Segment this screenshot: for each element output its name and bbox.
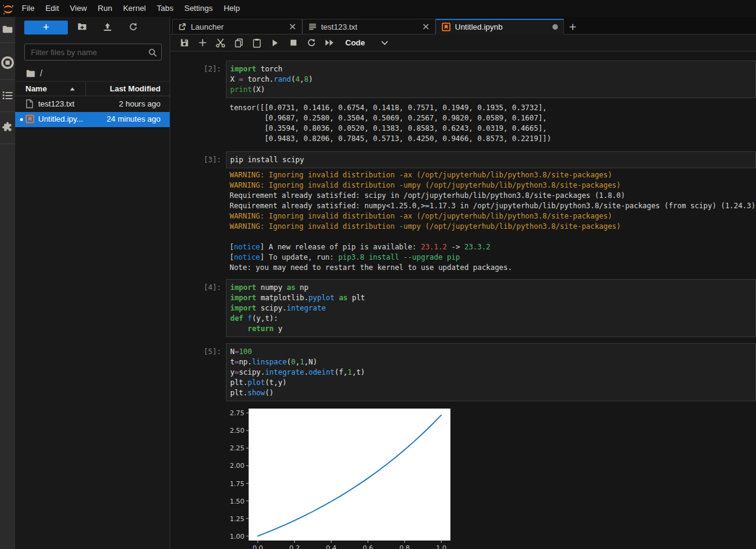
notebook-icon <box>25 114 35 125</box>
plus-icon <box>198 38 207 47</box>
puzzle-icon <box>2 122 13 133</box>
insert-cell-button[interactable] <box>193 35 211 51</box>
cell-3[interactable]: [3]:pip install scipy <box>170 151 756 168</box>
cell-type-dropdown[interactable]: Code <box>345 38 388 47</box>
dirty-indicator[interactable] <box>552 24 558 30</box>
activity-separator <box>0 79 15 80</box>
menu-edit[interactable]: Edit <box>40 0 64 17</box>
menu-bar: FileEditViewRunKernelTabsSettingsHelp <box>0 0 756 17</box>
svg-text:0.8: 0.8 <box>399 544 409 549</box>
upload-icon <box>103 22 112 31</box>
tab-test123-txt[interactable]: test123.txt <box>302 19 436 35</box>
menu-run[interactable]: Run <box>92 0 118 17</box>
save-button[interactable] <box>175 35 193 51</box>
run-icon <box>271 39 279 47</box>
column-divider <box>85 82 86 96</box>
svg-text:2.00: 2.00 <box>230 462 244 470</box>
file-row-test123-txt[interactable]: test123.txt2 hours ago <box>15 97 170 112</box>
main-dock-panel: Launchertest123.txtUntitled.ipynb Code [… <box>170 17 756 549</box>
restart-icon <box>307 38 316 47</box>
sort-ascending-icon <box>70 87 75 91</box>
svg-text:0.6: 0.6 <box>363 544 373 549</box>
file-listing: test123.txt2 hours agoUntitled.ipy...24 … <box>15 97 170 127</box>
notebook-toolbar: Code <box>170 35 756 51</box>
cut-icon <box>216 38 225 48</box>
sidebar-tab-table-of-contents[interactable] <box>0 90 15 100</box>
svg-text:1.00: 1.00 <box>230 533 244 541</box>
new-folder-button[interactable] <box>78 22 87 33</box>
run-cell-button[interactable] <box>266 35 284 51</box>
tab-bar: Launchertest123.txtUntitled.ipynb <box>170 17 756 35</box>
new-launcher-button[interactable]: + <box>24 21 68 35</box>
sidebar-tab-file-browser[interactable] <box>0 24 15 35</box>
interrupt-kernel-button[interactable] <box>284 35 302 51</box>
close-icon[interactable] <box>422 23 429 30</box>
menu-tabs[interactable]: Tabs <box>151 0 179 17</box>
chevron-down-icon <box>381 41 388 45</box>
input-prompt: [5]: <box>170 343 226 357</box>
input-prompt: [4]: <box>170 279 226 293</box>
column-header-name[interactable]: Name <box>25 84 47 93</box>
menu-settings[interactable]: Settings <box>179 0 218 17</box>
toc-icon <box>2 90 13 100</box>
matplotlib-figure-output: 1.001.251.501.752.002.252.502.750.00.20.… <box>228 406 756 549</box>
copy-cells-button[interactable] <box>230 35 248 51</box>
cut-cells-button[interactable] <box>211 35 230 51</box>
sidebar-tab-extensions[interactable] <box>0 122 15 133</box>
file-browser-panel: + <box>15 17 170 549</box>
restart-run-all-button[interactable] <box>320 35 339 51</box>
running-icon <box>1 56 14 69</box>
tab-label: Launcher <box>191 22 284 31</box>
upload-button[interactable] <box>103 22 112 33</box>
jupyter-logo-icon <box>2 3 15 16</box>
file-modified: 2 hours ago <box>119 99 161 108</box>
paste-cells-button[interactable] <box>248 35 266 51</box>
home-folder-icon[interactable] <box>26 70 35 77</box>
notebook-panel: [2]:import torchX = torch.rand(4,8)print… <box>170 51 756 549</box>
file-listing-header: Name Last Modified <box>15 81 170 96</box>
input-prompt: [2]: <box>170 61 226 74</box>
save-icon <box>180 38 189 47</box>
tab-launcher[interactable]: Launcher <box>172 19 302 35</box>
cell-4[interactable]: [4]:import numpy as npimport matplotlib.… <box>170 279 756 337</box>
sidebar-tab-running[interactable] <box>0 56 15 69</box>
menu-file[interactable]: File <box>16 0 40 17</box>
cell-2[interactable]: [2]:import torchX = torch.rand(4,8)print… <box>170 61 756 98</box>
cell-output: tensor([[0.0731, 0.1416, 0.6754, 0.1418,… <box>230 103 756 144</box>
file-text-icon <box>308 22 317 31</box>
stop-icon <box>290 39 297 47</box>
new-folder-icon <box>78 22 87 31</box>
svg-text:2.50: 2.50 <box>230 427 244 435</box>
svg-text:2.75: 2.75 <box>230 409 244 417</box>
menu-help[interactable]: Help <box>218 0 245 17</box>
column-header-modified[interactable]: Last Modified <box>110 84 161 93</box>
cell-editor[interactable]: pip install scipy <box>226 151 756 168</box>
cell-output: WARNING: Ignoring invalid distribution -… <box>230 170 756 273</box>
cell-5[interactable]: [5]:N=100t=np.linspace(0,1,N)y=scipy.int… <box>170 343 756 401</box>
input-prompt: [3]: <box>170 151 226 165</box>
tab-label: test123.txt <box>321 22 417 31</box>
file-modified: 24 minutes ago <box>107 114 161 123</box>
cell-editor[interactable]: import numpy as npimport matplotlib.pypl… <box>226 279 756 337</box>
activity-bar <box>0 17 15 549</box>
breadcrumb: / <box>26 68 42 79</box>
tab-untitled-ipynb[interactable]: Untitled.ipynb <box>436 19 564 35</box>
cell-editor[interactable]: N=100t=np.linspace(0,1,N)y=scipy.integra… <box>226 343 756 401</box>
kernel-running-dot <box>20 118 23 121</box>
menu-view[interactable]: View <box>64 0 92 17</box>
svg-text:1.75: 1.75 <box>230 480 244 488</box>
restart-kernel-button[interactable] <box>302 35 320 51</box>
file-row-untitled-ipy-[interactable]: Untitled.ipy...24 minutes ago <box>15 112 170 127</box>
filter-files-input[interactable] <box>25 44 161 60</box>
breadcrumb-root[interactable]: / <box>40 68 42 78</box>
new-tab-button[interactable] <box>564 19 581 35</box>
refresh-button[interactable] <box>129 22 138 33</box>
menu-kernel[interactable]: Kernel <box>118 0 151 17</box>
close-icon[interactable] <box>289 23 296 30</box>
cell-editor[interactable]: import torchX = torch.rand(4,8)print(X) <box>226 61 756 98</box>
line-plot: 1.001.251.501.752.002.252.502.750.00.20.… <box>228 406 467 549</box>
launcher-icon <box>178 22 187 31</box>
file-name: Untitled.ipy... <box>38 114 83 123</box>
jupyterlab-window: FileEditViewRunKernelTabsSettingsHelp <box>0 0 756 549</box>
paste-icon <box>253 38 261 48</box>
